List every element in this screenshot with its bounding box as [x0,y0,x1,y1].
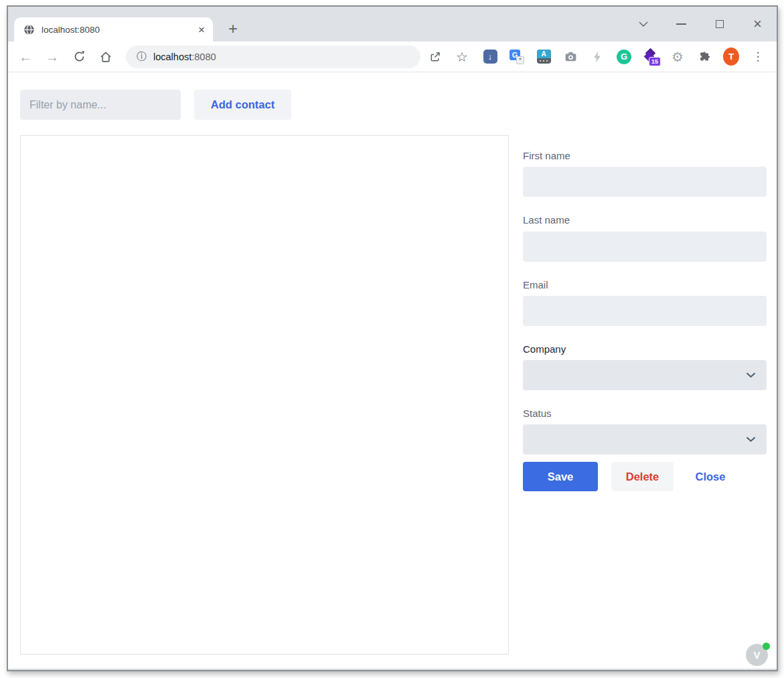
minimize-button[interactable] [662,7,700,41]
site-info-icon[interactable]: ⓘ [137,50,147,63]
share-icon [428,50,442,64]
share-button[interactable] [426,48,445,66]
extension-settings-button[interactable]: ⚙ [670,49,686,65]
bookmark-button[interactable]: ☆ [453,48,471,66]
delete-button[interactable]: Delete [611,462,674,491]
layers-extension-icon: 15 [643,49,659,65]
url-host: localhost [153,52,191,62]
three-dots-icon: ⋮ [753,50,764,64]
globe-favicon-icon [23,24,35,35]
extension-input-tools-button[interactable]: A [536,49,552,65]
status-label: Status [523,408,552,419]
camera-icon [564,50,578,64]
chevron-down-icon [746,372,756,378]
window-controls: × [624,7,777,41]
lightning-bolt-icon [591,50,604,64]
email-field[interactable] [523,296,767,326]
profile-button[interactable]: T [723,49,739,65]
extension-translate-button[interactable]: G * [509,49,525,65]
extension-lightning-button[interactable] [589,49,605,65]
tab-title: localhost:8080 [42,25,198,35]
url-port: :8080 [191,52,216,62]
back-icon: ← [19,50,32,64]
puzzle-piece-icon [698,50,711,64]
bookmark-star-icon: ☆ [456,49,468,65]
browser-menu-button[interactable]: ⋮ [750,49,766,65]
first-name-field[interactable] [523,167,767,197]
url-text[interactable]: localhost:8080 [153,52,216,62]
tab-close-icon[interactable]: × [198,24,205,35]
last-name-field[interactable] [523,232,767,262]
maximize-button[interactable] [700,7,738,41]
filter-by-name-input[interactable] [20,90,181,120]
company-label: Company [523,343,566,355]
forward-icon: → [46,50,59,64]
home-button[interactable] [96,48,115,66]
browser-toolbar: ← → ⓘ localhost:8080 ☆ [8,41,777,72]
contacts-grid[interactable] [20,135,509,655]
reload-icon [73,50,86,63]
browser-tab[interactable]: localhost:8080 × [14,17,213,41]
home-icon [99,50,112,64]
minimize-icon [676,23,686,25]
first-name-label: First name [523,150,570,161]
new-tab-button[interactable]: + [223,19,243,39]
chevron-down-icon [746,436,756,442]
add-contact-button[interactable]: Add contact [194,90,291,120]
email-label: Email [523,279,548,290]
tab-strip: localhost:8080 × + × [8,7,777,41]
window-close-button[interactable]: × [738,7,777,41]
close-button[interactable]: Close [687,462,734,491]
extension-badge: 15 [649,57,661,66]
address-bar[interactable]: ⓘ localhost:8080 [126,46,420,68]
back-button[interactable]: ← [16,48,35,66]
form-buttons: Save Delete Close [523,462,734,491]
last-name-label: Last name [523,214,570,226]
reload-button[interactable] [70,48,88,66]
extensions-menu-button[interactable] [696,49,712,65]
maximize-icon [716,20,724,28]
company-select[interactable] [523,360,767,390]
extension-download-button[interactable]: ↓ [482,49,498,65]
status-select[interactable] [523,424,767,454]
chevron-down-icon [639,21,648,27]
extension-screenshot-button[interactable] [562,49,578,65]
extension-purple-button[interactable]: 15 [643,49,659,65]
avatar: T [723,48,739,66]
save-button[interactable]: Save [523,462,598,491]
page-content: Add contact First name Last name Email C… [8,72,777,669]
browser-window: localhost:8080 × + × ← → [7,5,778,671]
extension-grammarly-button[interactable]: G [616,49,632,65]
grammarly-icon: G [617,50,631,64]
gear-icon: ⚙ [672,50,684,64]
forward-button[interactable]: → [43,48,62,66]
tab-search-button[interactable] [624,7,662,41]
keyboard-icon: A [537,50,551,64]
download-extension-icon: ↓ [483,50,497,64]
devtools-status-dot [763,643,770,650]
translate-icon-overlay: * [516,56,524,64]
